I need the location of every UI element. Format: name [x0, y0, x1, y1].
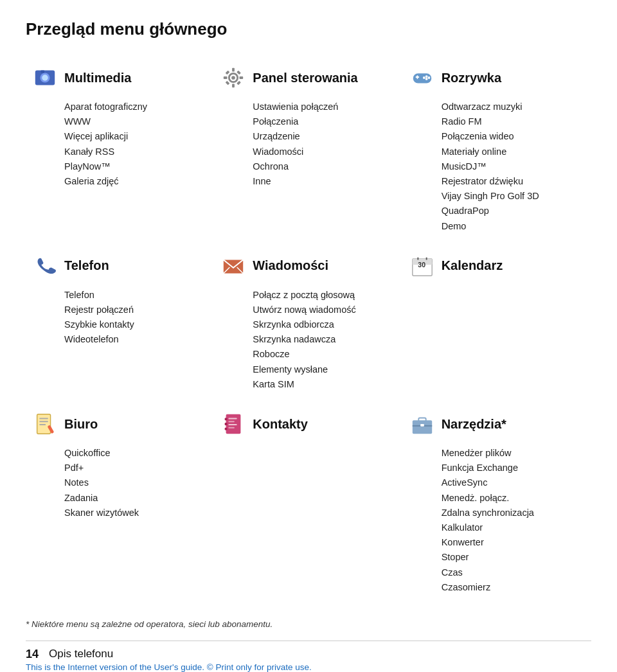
page-number-line: 14 Opis telefonu — [26, 648, 591, 661]
svg-rect-12 — [226, 81, 230, 85]
section-narzedzia: Narzędzia* Menedżer plików Funkcja Excha… — [403, 405, 591, 608]
svg-text:30: 30 — [418, 261, 425, 269]
narzedzia-icon — [409, 411, 435, 437]
svg-rect-6 — [232, 68, 235, 72]
svg-point-19 — [425, 78, 427, 80]
telefon-icon — [32, 253, 58, 279]
list-item: Czas — [442, 565, 585, 580]
footer-note: * Niektóre menu są zależne od operatora,… — [26, 619, 591, 629]
kontakty-icon — [220, 411, 246, 437]
list-item: PlayNow™ — [64, 159, 208, 174]
list-item: Skrzynka odbiorcza — [253, 317, 396, 332]
list-item: Kanały RSS — [64, 145, 208, 159]
list-item: Rejestr połączeń — [64, 303, 208, 317]
page-title: Przegląd menu głównego — [26, 19, 591, 39]
section-header-wiadomosci: Wiadomości — [220, 253, 396, 279]
svg-rect-33 — [39, 424, 45, 425]
list-item: Kalkulator — [442, 520, 585, 535]
multimedia-icon — [32, 65, 58, 91]
panel-sterowania-icon — [220, 65, 246, 91]
list-item: Ustawienia połączeń — [253, 100, 396, 114]
list-item: Karta SIM — [253, 377, 396, 392]
svg-rect-37 — [225, 423, 228, 425]
svg-rect-32 — [39, 421, 48, 422]
wiadomosci-icon — [220, 253, 246, 279]
list-item: Demo — [442, 219, 585, 234]
section-title-narzedzia: Narzędzia* — [442, 417, 506, 432]
section-header-panel: Panel sterowania — [220, 65, 396, 91]
svg-rect-13 — [237, 81, 242, 85]
list-item: Inne — [253, 174, 396, 189]
list-item: Pdf+ — [64, 461, 208, 475]
section-telefon: Telefon Telefon Rejestr połączeń Szybkie… — [26, 247, 214, 405]
list-item: Robocze — [253, 347, 396, 362]
section-header-kalendarz: 30 Kalendarz — [409, 253, 585, 279]
list-item: Połącz z pocztą głosową — [253, 288, 396, 303]
biuro-icon — [32, 411, 58, 437]
svg-rect-16 — [416, 75, 418, 79]
section-items-multimedia: Aparat fotograficzny WWW Więcej aplikacj… — [32, 100, 208, 189]
svg-rect-40 — [229, 421, 235, 422]
section-rozrywka: Rozrywka Odtwarzacz muzyki Radio FM Połą… — [403, 58, 591, 247]
svg-rect-44 — [418, 418, 425, 422]
svg-rect-36 — [225, 418, 228, 421]
section-multimedia: Multimedia Aparat fotograficzny WWW Więc… — [26, 58, 214, 247]
list-item: Wideotelefon — [64, 332, 208, 347]
section-biuro: Biuro Quickoffice Pdf+ Notes Zadania Ska… — [26, 405, 214, 608]
list-item: Połączenia wideo — [442, 129, 585, 144]
section-wiadomosci: Wiadomości Połącz z pocztą głosową Utwór… — [214, 247, 402, 405]
section-title-panel: Panel sterowania — [253, 71, 357, 85]
list-item: Elementy wysłane — [253, 362, 396, 377]
list-item: Radio FM — [442, 114, 585, 129]
section-title-multimedia: Multimedia — [64, 71, 131, 85]
svg-rect-8 — [224, 76, 228, 79]
svg-point-20 — [423, 76, 425, 79]
list-item: Urządzenie — [253, 129, 396, 144]
list-item: Menedżer plików — [442, 446, 585, 461]
list-item: Czasomierz — [442, 580, 585, 595]
svg-point-5 — [231, 76, 235, 80]
section-items-rozrywka: Odtwarzacz muzyki Radio FM Połączenia wi… — [409, 100, 585, 234]
svg-rect-43 — [412, 420, 431, 434]
list-item: Więcej aplikacji — [64, 129, 208, 144]
section-items-biuro: Quickoffice Pdf+ Notes Zadania Skaner wi… — [32, 446, 208, 520]
svg-rect-31 — [39, 418, 48, 420]
menu-grid: Multimedia Aparat fotograficzny WWW Więc… — [26, 58, 591, 608]
list-item: QuadraPop — [442, 204, 585, 218]
list-item: Galeria zdjęć — [64, 174, 208, 189]
list-item: Stoper — [442, 550, 585, 565]
section-title-rozrywka: Rozrywka — [442, 71, 501, 85]
section-header-multimedia: Multimedia — [32, 65, 208, 91]
list-item: Vijay Singh Pro Golf 3D — [442, 189, 585, 204]
list-item: Konwerter — [442, 535, 585, 550]
list-item: Quickoffice — [64, 446, 208, 461]
list-item: Skaner wizytówek — [64, 506, 208, 520]
rozrywka-icon — [409, 65, 435, 91]
svg-point-17 — [425, 75, 427, 78]
svg-rect-7 — [232, 84, 235, 88]
page-description: Opis telefonu — [49, 648, 113, 660]
list-item: Aparat fotograficzny — [64, 100, 208, 114]
page-number: 14 — [26, 648, 39, 661]
section-header-rozrywka: Rozrywka — [409, 65, 585, 91]
list-item: Utwórz nową wiadomość — [253, 303, 396, 317]
section-items-wiadomosci: Połącz z pocztą głosową Utwórz nową wiad… — [220, 288, 396, 392]
list-item: Zdalna synchronizacja — [442, 506, 585, 520]
svg-rect-3 — [40, 71, 44, 73]
list-item: Materiały online — [442, 145, 585, 159]
list-item: Zadania — [64, 491, 208, 506]
section-title-kalendarz: Kalendarz — [442, 258, 503, 273]
internet-note: This is the Internet version of the User… — [26, 662, 591, 672]
svg-point-2 — [42, 75, 48, 81]
list-item: Rejestrator dźwięku — [442, 174, 585, 189]
section-title-biuro: Biuro — [64, 417, 98, 432]
section-title-telefon: Telefon — [64, 258, 109, 273]
section-items-panel: Ustawienia połączeń Połączenia Urządzeni… — [220, 100, 396, 189]
list-item: Odtwarzacz muzyki — [442, 100, 585, 114]
section-kontakty: Kontakty — [214, 405, 402, 608]
section-kalendarz: 30 Kalendarz — [403, 247, 591, 405]
svg-rect-9 — [240, 76, 244, 79]
list-item: Wiadomości — [253, 145, 396, 159]
svg-rect-42 — [229, 427, 235, 429]
svg-rect-10 — [226, 71, 230, 75]
